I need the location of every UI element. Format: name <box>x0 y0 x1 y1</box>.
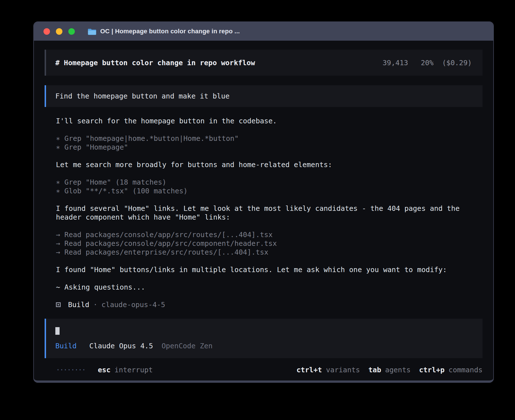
assistant-text: I found several "Home" links. Let me loo… <box>56 204 481 222</box>
agent-status-row: Build · claude-opus-4-5 <box>56 300 483 309</box>
hint-label: commands <box>449 366 483 374</box>
hint-commands: ctrl+p commands <box>419 366 483 374</box>
session-stats: 39,413 20% ($0.29) <box>383 58 472 67</box>
agent-separator: · <box>93 300 97 309</box>
build-agent-icon <box>56 302 61 307</box>
close-button[interactable] <box>43 28 50 35</box>
tool-call-read: → Read packages/enterprise/src/routes/[.… <box>56 248 481 257</box>
tool-call-glob: ∗ Glob "**/*.tsx" (100 matches) <box>56 187 481 195</box>
hint-key: ctrl+p <box>419 366 444 374</box>
hint-variants: ctrl+t variants <box>296 366 360 374</box>
input-footer: Build Claude Opus 4.5 OpenCode Zen <box>55 342 472 350</box>
model-badge: Claude Opus 4.5 <box>89 342 153 350</box>
user-message: Find the homepage button and make it blu… <box>45 85 483 107</box>
hint-key: esc <box>98 366 110 374</box>
traffic-lights <box>43 28 75 35</box>
hint-agents: tab agents <box>368 366 411 374</box>
agent-model: claude-opus-4-5 <box>101 300 165 309</box>
window-title: OC | Homepage button color change in rep… <box>100 28 240 35</box>
session-header: # Homepage button color change in repo w… <box>45 50 483 76</box>
tool-call-read: → Read packages/console/app/src/routes/[… <box>56 230 481 239</box>
provider-badge: OpenCode Zen <box>162 342 213 350</box>
assistant-text: I found "Home" buttons/links in multiple… <box>56 265 481 274</box>
tool-call-read: → Read packages/console/app/src/componen… <box>56 239 481 248</box>
tool-call-grep: ∗ Grep "homepage|home.*button|Home.*butt… <box>56 134 481 143</box>
spinner-dots: ········ <box>56 366 85 374</box>
conversation: # Homepage button color change in repo w… <box>34 41 493 380</box>
transcript: I'll search for the homepage button in t… <box>45 117 483 292</box>
agent-name: Build <box>68 300 89 309</box>
hint-label: interrupt <box>115 366 153 374</box>
hint-key: tab <box>368 366 381 374</box>
prompt-input[interactable]: Build Claude Opus 4.5 OpenCode Zen <box>45 319 483 358</box>
token-count: 39,413 <box>383 59 408 67</box>
tool-call-grep: ∗ Grep "Home" (18 matches) <box>56 178 481 187</box>
status-bar-right: ctrl+t variants tab agents ctrl+p comman… <box>296 366 483 374</box>
assistant-text: I'll search for the homepage button in t… <box>56 117 481 125</box>
minimize-button[interactable] <box>56 28 62 35</box>
hint-label: agents <box>385 366 411 374</box>
user-message-text: Find the homepage button and make it blu… <box>55 92 230 100</box>
session-cost: ($0.29) <box>442 59 472 67</box>
text-cursor <box>55 327 60 335</box>
session-title: # Homepage button color change in repo w… <box>55 58 255 67</box>
zoom-button[interactable] <box>68 28 75 35</box>
input-line[interactable] <box>55 327 472 335</box>
terminal-window: OC | Homepage button color change in rep… <box>33 21 494 383</box>
folder-icon <box>88 28 96 35</box>
hint-label: variants <box>326 366 360 374</box>
agent-badge: Build <box>55 342 77 350</box>
context-percent: 20% <box>421 59 433 67</box>
hint-interrupt: esc interrupt <box>98 366 153 374</box>
titlebar[interactable]: OC | Homepage button color change in rep… <box>34 22 493 41</box>
tool-call-grep: ∗ Grep "Homepage" <box>56 143 481 152</box>
assistant-text: Let me search more broadly for buttons a… <box>56 160 481 169</box>
status-bar: ········ esc interrupt ctrl+t variants t… <box>45 366 483 374</box>
asking-questions-status: ~ Asking questions... <box>56 283 481 292</box>
hint-key: ctrl+t <box>296 366 322 374</box>
